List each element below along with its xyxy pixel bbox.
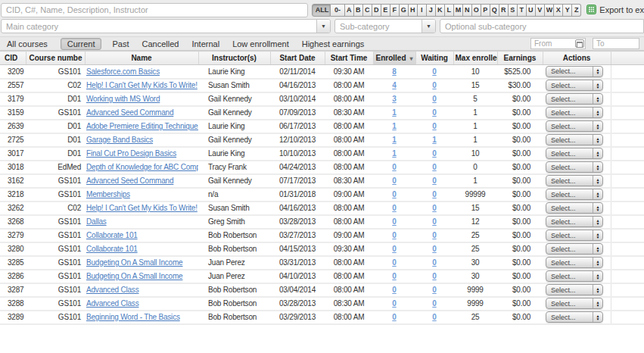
waiting-count-link[interactable]: 0	[432, 245, 436, 253]
waiting-count-link[interactable]: 0	[432, 286, 436, 294]
enrolled-count-link[interactable]: 0	[392, 258, 396, 267]
column-header-actions[interactable]: Actions	[543, 52, 611, 65]
course-name-link[interactable]: Garage Band Basics	[86, 136, 153, 144]
enrolled-count-link[interactable]: 0	[392, 245, 396, 253]
waiting-count-link[interactable]: 0	[432, 67, 436, 76]
alpha-filter-s[interactable]: S	[509, 4, 518, 17]
row-action-select[interactable]: Select... ▲▼	[546, 257, 603, 268]
alpha-filter-i[interactable]: I	[418, 4, 427, 17]
tab-low-enrollment[interactable]: Low enrollment	[232, 39, 289, 48]
column-header-cid[interactable]: CID	[0, 52, 26, 65]
alpha-filter-j[interactable]: J	[427, 4, 436, 17]
column-header-max-enrolled[interactable]: Max enrolled	[453, 52, 497, 65]
course-name-link[interactable]: Working with MS Word	[86, 95, 160, 103]
enrolled-count-link[interactable]: 0	[392, 313, 396, 321]
waiting-count-link[interactable]: 0	[432, 149, 436, 158]
row-action-select[interactable]: Select... ▲▼	[546, 284, 603, 295]
enrolled-count-link[interactable]: 0	[392, 204, 396, 212]
alpha-filter-l[interactable]: L	[445, 4, 454, 17]
column-header-course-numbe[interactable]: Course numbe	[26, 52, 85, 65]
alpha-filter-b[interactable]: B	[354, 4, 363, 17]
course-name-link[interactable]: Depth of Knowledge for ABC Company	[86, 163, 198, 171]
row-action-select[interactable]: Select... ▲▼	[546, 311, 603, 323]
waiting-count-link[interactable]: 0	[432, 81, 436, 89]
sub-category-select[interactable]: Sub-category ▼	[334, 19, 436, 33]
course-name-link[interactable]: Help! I Can't Get My Kids To Write!	[86, 81, 198, 89]
waiting-count-link[interactable]: 0	[432, 95, 436, 103]
waiting-count-link[interactable]: 0	[432, 108, 436, 117]
tab-all-courses[interactable]: All courses	[7, 39, 48, 48]
alpha-filter-k[interactable]: K	[436, 4, 445, 17]
waiting-count-link[interactable]: 0	[432, 190, 436, 198]
course-name-link[interactable]: Budgeting On A Small Income	[86, 272, 182, 280]
alpha-filter-c[interactable]: C	[363, 4, 372, 17]
row-action-select[interactable]: Select... ▲▼	[546, 189, 603, 200]
column-header-earnings[interactable]: Earnings	[497, 52, 543, 65]
course-name-link[interactable]: Final Cut Pro Design Basics	[86, 149, 176, 158]
row-action-select[interactable]: Select... ▲▼	[546, 298, 603, 309]
waiting-count-link[interactable]: 0	[432, 313, 436, 321]
course-name-link[interactable]: Collaborate 101	[86, 231, 138, 239]
column-header-enrolled[interactable]: Enrolled▾	[373, 52, 415, 65]
row-action-select[interactable]: Select... ▲▼	[546, 148, 603, 159]
waiting-count-link[interactable]: 0	[432, 122, 436, 130]
waiting-count-link[interactable]: 1	[432, 136, 436, 144]
row-action-select[interactable]: Select... ▲▼	[546, 80, 603, 91]
alpha-filter-t[interactable]: T	[518, 4, 527, 17]
calendar-icon[interactable]	[575, 39, 584, 48]
column-header-instructor-s[interactable]: Instructor(s)	[198, 52, 270, 65]
enrolled-count-link[interactable]: 8	[392, 67, 396, 76]
row-action-select[interactable]: Select... ▲▼	[546, 175, 603, 186]
row-action-select[interactable]: Select... ▲▼	[546, 161, 603, 173]
row-action-select[interactable]: Select... ▲▼	[546, 230, 603, 241]
search-input[interactable]	[1, 3, 308, 17]
waiting-count-link[interactable]: 0	[432, 299, 436, 308]
row-action-select[interactable]: Select... ▲▼	[546, 134, 603, 145]
row-action-select[interactable]: Select... ▲▼	[546, 66, 603, 77]
course-name-link[interactable]: Advanced Class	[86, 286, 138, 294]
alpha-filter-m[interactable]: M	[454, 4, 463, 17]
alpha-filter-w[interactable]: W	[545, 4, 555, 17]
course-name-link[interactable]: Advanced Seed Command	[86, 176, 173, 185]
alpha-filter-n[interactable]: N	[463, 4, 472, 17]
enrolled-count-link[interactable]: 1	[392, 149, 396, 158]
enrolled-count-link[interactable]: 1	[392, 136, 396, 144]
course-name-link[interactable]: Advanced Class	[86, 299, 138, 308]
alpha-filter-u[interactable]: U	[527, 4, 536, 17]
enrolled-count-link[interactable]: 3	[392, 95, 396, 103]
alpha-filter-f[interactable]: F	[390, 4, 400, 17]
enrolled-count-link[interactable]: 0	[392, 299, 396, 308]
enrolled-count-link[interactable]: 0	[392, 163, 396, 171]
enrolled-count-link[interactable]: 1	[392, 122, 396, 130]
chevron-down-icon[interactable]: ▼	[422, 20, 435, 33]
enrolled-count-link[interactable]: 0	[392, 231, 396, 239]
enrolled-count-link[interactable]: 4	[392, 81, 396, 89]
chevron-down-icon[interactable]: ▼	[316, 20, 330, 33]
row-action-select[interactable]: Select... ▲▼	[546, 270, 603, 282]
to-date-input[interactable]	[593, 38, 639, 49]
row-action-select[interactable]: Select... ▲▼	[546, 93, 603, 105]
enrolled-count-link[interactable]: 0	[392, 190, 396, 198]
waiting-count-link[interactable]: 0	[432, 258, 436, 267]
column-header-start-time[interactable]: Start Time	[325, 52, 373, 65]
waiting-count-link[interactable]: 0	[432, 231, 436, 239]
alpha-filter-p[interactable]: P	[481, 4, 490, 17]
waiting-count-link[interactable]: 0	[432, 176, 436, 185]
column-header-waiting[interactable]: Waiting	[415, 52, 453, 65]
row-action-select[interactable]: Select... ▲▼	[546, 120, 603, 132]
course-name-link[interactable]: Adobe Premiere Editing Techniques	[86, 122, 198, 130]
alpha-filter-r[interactable]: R	[499, 4, 509, 17]
alpha-filter-h[interactable]: H	[409, 4, 418, 17]
course-name-link[interactable]: Collaborate 101	[86, 245, 138, 253]
course-name-link[interactable]: Beginning Word - The Basics	[86, 313, 180, 321]
alpha-filter-q[interactable]: Q	[490, 4, 499, 17]
column-header-name[interactable]: Name	[85, 52, 198, 65]
enrolled-count-link[interactable]: 0	[392, 286, 396, 294]
row-action-select[interactable]: Select... ▲▼	[546, 202, 603, 214]
course-name-link[interactable]: Salesforce.com Basics	[86, 67, 160, 76]
optional-sub-category-input[interactable]	[440, 19, 644, 33]
tab-internal[interactable]: Internal	[191, 39, 219, 48]
waiting-count-link[interactable]: 0	[432, 163, 436, 171]
tab-current[interactable]: Current	[61, 38, 102, 50]
course-name-link[interactable]: Advanced Seed Command	[86, 108, 173, 117]
